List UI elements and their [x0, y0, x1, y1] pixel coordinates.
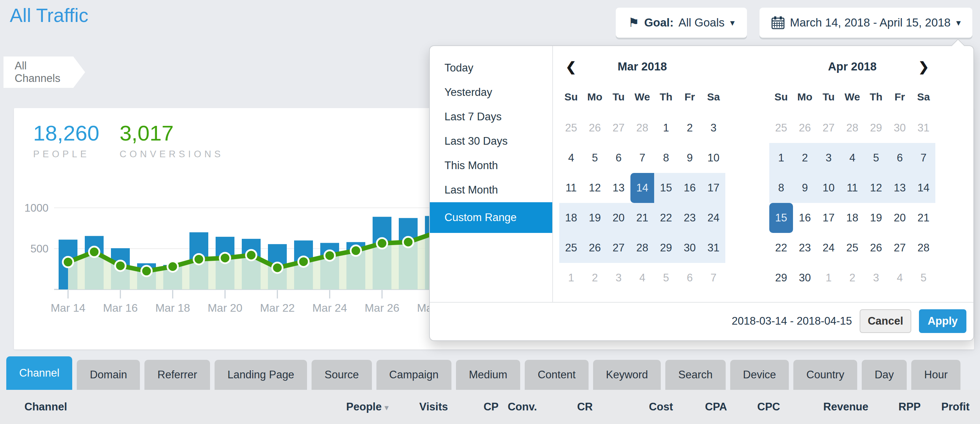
column-header-visits[interactable]: Visits [389, 401, 448, 413]
day-cell[interactable]: 26 [583, 113, 607, 143]
day-cell[interactable]: 27 [607, 113, 630, 143]
day-cell[interactable]: 5 [654, 263, 678, 293]
column-header-cpc[interactable]: CPC [727, 401, 780, 413]
column-header-cp[interactable]: CP [448, 401, 498, 413]
day-cell[interactable]: 30 [678, 233, 702, 263]
day-cell[interactable]: 19 [583, 203, 607, 233]
tab-source[interactable]: Source [312, 360, 372, 390]
tab-campaign[interactable]: Campaign [376, 360, 452, 390]
day-cell[interactable]: 13 [888, 173, 912, 203]
column-header-people[interactable]: People▾ [322, 401, 389, 413]
day-cell[interactable]: 3 [817, 143, 840, 173]
tab-referrer[interactable]: Referrer [145, 360, 210, 390]
column-header-channel[interactable]: Channel [0, 401, 322, 413]
day-cell[interactable]: 4 [559, 143, 583, 173]
preset-last-7-days[interactable]: Last 7 Days [430, 105, 552, 129]
goal-selector-button[interactable]: ⚑ Goal: All Goals ▾ [616, 8, 747, 38]
day-cell[interactable]: 5 [864, 143, 888, 173]
day-cell[interactable]: 10 [817, 173, 840, 203]
day-cell[interactable]: 26 [864, 233, 888, 263]
day-cell[interactable]: 12 [583, 173, 607, 203]
breadcrumb-all-channels[interactable]: All Channels [3, 57, 73, 88]
day-cell[interactable]: 17 [817, 203, 840, 233]
next-month-chevron-icon[interactable]: ❯ [918, 59, 929, 74]
day-cell[interactable]: 5 [912, 263, 935, 293]
day-cell[interactable]: 29 [654, 233, 678, 263]
day-cell[interactable]: 25 [840, 233, 864, 263]
day-cell[interactable]: 20 [607, 203, 630, 233]
day-cell[interactable]: 2 [678, 113, 702, 143]
day-cell[interactable]: 18 [840, 203, 864, 233]
day-cell[interactable]: 8 [769, 173, 793, 203]
day-cell[interactable]: 23 [793, 233, 817, 263]
preset-this-month[interactable]: This Month [430, 153, 552, 178]
column-header-cpa[interactable]: CPA [673, 401, 727, 413]
day-cell[interactable]: 17 [702, 173, 725, 203]
preset-yesterday[interactable]: Yesterday [430, 80, 552, 105]
day-cell[interactable]: 27 [817, 113, 840, 143]
day-cell[interactable]: 28 [840, 113, 864, 143]
day-cell[interactable]: 31 [702, 233, 725, 263]
day-cell[interactable]: 25 [769, 113, 793, 143]
column-header-rpp[interactable]: RPP [869, 401, 921, 413]
day-cell[interactable]: 9 [678, 143, 702, 173]
day-cell[interactable]: 29 [769, 263, 793, 293]
day-cell[interactable]: 30 [793, 263, 817, 293]
day-cell[interactable]: 14 [912, 173, 935, 203]
column-header-cost[interactable]: Cost [593, 401, 673, 413]
day-cell[interactable]: 4 [840, 143, 864, 173]
preset-last-month[interactable]: Last Month [430, 178, 552, 202]
day-cell[interactable]: 25 [559, 113, 583, 143]
day-cell[interactable]: 3 [864, 263, 888, 293]
day-cell[interactable]: 10 [702, 143, 725, 173]
day-cell[interactable]: 7 [702, 263, 725, 293]
tab-hour[interactable]: Hour [911, 360, 961, 390]
day-cell[interactable]: 9 [793, 173, 817, 203]
day-cell[interactable]: 7 [630, 143, 654, 173]
day-cell[interactable]: 28 [630, 233, 654, 263]
day-cell[interactable]: 1 [559, 263, 583, 293]
day-cell[interactable]: 4 [888, 263, 912, 293]
date-range-button[interactable]: March 14, 2018 - April 15, 2018 ▾ [759, 8, 972, 38]
day-cell[interactable]: 8 [654, 143, 678, 173]
day-cell[interactable]: 23 [678, 203, 702, 233]
day-cell[interactable]: 3 [607, 263, 630, 293]
day-cell[interactable]: 1 [817, 263, 840, 293]
day-cell[interactable]: 2 [793, 143, 817, 173]
day-cell[interactable]: 11 [840, 173, 864, 203]
day-cell[interactable]: 30 [888, 113, 912, 143]
preset-custom-range[interactable]: Custom Range [430, 202, 552, 233]
day-cell[interactable]: 22 [654, 203, 678, 233]
tab-medium[interactable]: Medium [456, 360, 520, 390]
day-cell[interactable]: 2 [840, 263, 864, 293]
day-cell[interactable]: 21 [630, 203, 654, 233]
day-cell[interactable]: 12 [864, 173, 888, 203]
apply-button[interactable]: Apply [919, 309, 966, 333]
tab-keyword[interactable]: Keyword [593, 360, 661, 390]
tab-search[interactable]: Search [665, 360, 725, 390]
day-cell[interactable]: 22 [769, 233, 793, 263]
column-header-cr[interactable]: CR [537, 401, 593, 413]
day-cell[interactable]: 28 [912, 233, 935, 263]
day-cell[interactable]: 5 [583, 143, 607, 173]
day-cell[interactable]: 15 [769, 203, 793, 233]
column-header-conv[interactable]: Conv. [498, 401, 537, 413]
cancel-button[interactable]: Cancel [860, 309, 911, 333]
day-cell[interactable]: 27 [888, 233, 912, 263]
tab-channel[interactable]: Channel [6, 356, 72, 390]
day-cell[interactable]: 4 [630, 263, 654, 293]
tab-content[interactable]: Content [525, 360, 589, 390]
day-cell[interactable]: 1 [654, 113, 678, 143]
tab-country[interactable]: Country [793, 360, 857, 390]
column-header-profit[interactable]: Profit [921, 401, 969, 413]
day-cell[interactable]: 19 [864, 203, 888, 233]
day-cell[interactable]: 27 [607, 233, 630, 263]
day-cell[interactable]: 24 [702, 203, 725, 233]
day-cell[interactable]: 16 [678, 173, 702, 203]
day-cell[interactable]: 11 [559, 173, 583, 203]
day-cell[interactable]: 7 [912, 143, 935, 173]
preset-today[interactable]: Today [430, 56, 552, 80]
day-cell[interactable]: 26 [583, 233, 607, 263]
day-cell[interactable]: 6 [678, 263, 702, 293]
day-cell[interactable]: 15 [654, 173, 678, 203]
